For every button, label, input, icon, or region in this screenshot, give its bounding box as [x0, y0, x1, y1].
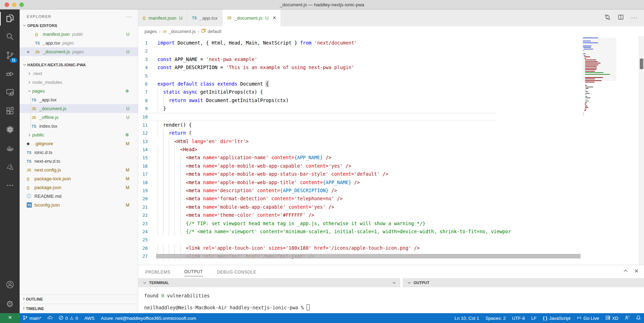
code-line-12[interactable]: 12return (: [138, 129, 644, 137]
notifications-button[interactable]: [633, 313, 644, 323]
feedback-button[interactable]: [622, 313, 633, 323]
tree-item-next.config.js[interactable]: JSnext.config.jsM: [20, 166, 138, 174]
code-line-11[interactable]: 11render() {: [138, 121, 644, 129]
tree-item-README.md[interactable]: ⓘREADME.md: [20, 192, 138, 201]
go-live-button[interactable]: Go Live: [573, 313, 602, 323]
code-line-2[interactable]: 2: [138, 47, 644, 55]
code-line-10[interactable]: 10: [138, 113, 644, 121]
output-section-header[interactable]: OUTPUT: [403, 278, 644, 287]
tree-item-_app.tsx[interactable]: TS_app.tsx: [20, 95, 138, 104]
xd-button[interactable]: XD: [602, 313, 622, 323]
encoding-status[interactable]: UTF-8: [509, 313, 528, 323]
activity-search[interactable]: [0, 28, 20, 47]
panel-divider[interactable]: [400, 278, 403, 313]
activity-run-debug[interactable]: [0, 65, 20, 84]
code-line-8[interactable]: 8return await Document.getInitialProps(c…: [138, 96, 644, 105]
tree-item-_document.js[interactable]: JS_document.jsU: [20, 104, 138, 113]
code-line-25[interactable]: 25: [138, 236, 644, 244]
editor-tab-_document.js[interactable]: JS_document.jsU×: [222, 9, 281, 26]
breadcrumb-item-_document.js[interactable]: JS_document.js: [163, 29, 196, 34]
code-line-4[interactable]: 4const APP_DESCRIPTION = 'This is an exa…: [138, 63, 644, 72]
output-content[interactable]: [403, 287, 644, 313]
close-file-icon[interactable]: ×: [27, 49, 35, 55]
tab-close-icon[interactable]: ×: [273, 15, 276, 21]
explorer-actions-icon[interactable]: ···: [126, 13, 132, 19]
tree-item-.gitignore[interactable]: ◆.gitignoreM: [20, 139, 138, 148]
tree-item-node_modules[interactable]: node_modules: [20, 78, 138, 87]
terminal-output[interactable]: found 0 vulnerabilitiesneilhaddley@Neils…: [138, 287, 400, 314]
code-line-22[interactable]: 22<meta name='theme-color' content='#FFF…: [138, 211, 644, 219]
breadcrumb-item-pages[interactable]: pages: [145, 29, 157, 34]
code-line-21[interactable]: 21<meta name='mobile-web-app-capable' co…: [138, 203, 644, 211]
code-line-6[interactable]: 6export default class extends Document {: [138, 80, 644, 88]
git-branch-status[interactable]: main*: [20, 313, 44, 323]
horizontal-scrollbar[interactable]: [156, 254, 581, 258]
code-line-20[interactable]: 20<meta name='format-detection' content=…: [138, 195, 644, 203]
code-line-19[interactable]: 19<meta name='description' content={APP_…: [138, 187, 644, 195]
code-line-26[interactable]: 26<link rel='apple-touch-icon' sizes='18…: [138, 244, 644, 252]
code-line-13[interactable]: 13<Html lang='en' dir='ltr'>: [138, 137, 644, 146]
aws-status[interactable]: AWS: [81, 313, 98, 323]
azure-account-status[interactable]: Azure: neil@haddleyoffice365.onmicrosoft…: [98, 313, 200, 323]
code-line-17[interactable]: 17<meta name='apple-mobile-web-app-statu…: [138, 170, 644, 178]
split-editor-icon[interactable]: [618, 14, 624, 22]
timeline-section-header[interactable]: TIMELINE: [20, 304, 138, 313]
code-line-24[interactable]: 24{/* <meta name='viewport' content='min…: [138, 228, 644, 236]
activity-source-control[interactable]: 11: [0, 47, 20, 65]
open-editors-header[interactable]: OPEN EDITORS: [20, 21, 138, 30]
indentation-status[interactable]: Spaces: 2: [482, 313, 509, 323]
panel-tab-output[interactable]: OUTPUT: [184, 267, 203, 276]
activity-azure[interactable]: [0, 158, 20, 177]
editor-tab-_app.tsx[interactable]: TS_app.tsx: [187, 9, 222, 26]
remote-indicator[interactable]: [0, 313, 20, 323]
tree-item-ionic.d.ts[interactable]: TSionic.d.ts: [20, 148, 138, 157]
vertical-scrollbar-thumb[interactable]: [640, 59, 643, 69]
eol-status[interactable]: LF: [528, 313, 540, 323]
maximize-panel-icon[interactable]: [623, 268, 628, 275]
language-mode-status[interactable]: { } JavaScript: [540, 313, 573, 323]
tree-item-index.tsx[interactable]: TSindex.tsx: [20, 122, 138, 130]
editor-more-actions-icon[interactable]: ···: [631, 15, 638, 21]
tree-item-package-lock.json[interactable]: {}package-lock.jsonM: [20, 174, 138, 183]
tree-item-.next[interactable]: .next: [20, 69, 138, 78]
terminal-section-header[interactable]: TERMINAL: [138, 278, 400, 287]
activity-extensions[interactable]: [0, 102, 20, 121]
problems-status[interactable]: 0 ⚠ 0: [55, 313, 81, 323]
zoom-window-button[interactable]: [19, 2, 24, 7]
code-line-16[interactable]: 16<meta name='apple-mobile-web-app-capab…: [138, 162, 644, 170]
open-changes-icon[interactable]: [604, 14, 611, 22]
code-line-18[interactable]: 18<meta name='apple-mobile-web-app-title…: [138, 179, 644, 187]
open-editor-manifest.json[interactable]: {}manifest.jsonpublicU: [20, 30, 138, 39]
tree-item-public[interactable]: public: [20, 130, 138, 139]
workspace-header[interactable]: HADDLEY-NEXTJS-IONIC-PWA: [20, 61, 138, 69]
open-editor-_document.js[interactable]: ×JS_document.jspagesU: [20, 47, 138, 56]
outline-section-header[interactable]: OUTLINE: [20, 294, 138, 304]
activity-explorer[interactable]: [0, 9, 20, 28]
code-line-14[interactable]: 14<Head>: [138, 146, 644, 154]
code-editor[interactable]: 1import Document, { Html, Head, Main, Ne…: [138, 36, 644, 265]
activity-remote-explorer[interactable]: [0, 84, 20, 102]
panel-tab-problems[interactable]: PROBLEMS: [145, 267, 171, 276]
minimap[interactable]: [583, 38, 615, 262]
editor-tab-manifest.json[interactable]: {}manifest.jsonU: [138, 9, 187, 26]
tree-item-_offline.js[interactable]: JS_offline.jsU: [20, 113, 138, 122]
vertical-scrollbar[interactable]: [639, 36, 644, 265]
code-line-23[interactable]: 23{/* TIP: set viewport head meta tag in…: [138, 220, 644, 228]
tree-item-package.json[interactable]: {}package.jsonM: [20, 183, 138, 192]
code-line-5[interactable]: 5: [138, 72, 644, 80]
code-line-1[interactable]: 1import Document, { Html, Head, Main, Ne…: [138, 39, 644, 47]
panel-tab-debug-console[interactable]: DEBUG CONSOLE: [216, 267, 257, 276]
activity-settings[interactable]: ⚙: [0, 295, 20, 313]
code-line-7[interactable]: 7static async getInitialProps(ctx) {: [138, 88, 644, 96]
breadcrumb-item-default[interactable]: default: [201, 28, 221, 34]
code-line-15[interactable]: 15<meta name='application-name' content=…: [138, 154, 644, 162]
code-line-3[interactable]: 3const APP_NAME = 'next-pwa example': [138, 55, 644, 63]
close-panel-icon[interactable]: [634, 268, 639, 275]
tree-item-pages[interactable]: pages: [20, 87, 138, 95]
open-editor-_app.tsx[interactable]: TS_app.tsxpages: [20, 39, 138, 47]
close-window-button[interactable]: [5, 2, 9, 7]
code-line-9[interactable]: 9}: [138, 105, 644, 113]
tree-item-tsconfig.json[interactable]: TStsconfig.jsonM: [20, 201, 138, 209]
activity-kubernetes[interactable]: [0, 121, 20, 140]
activity-more[interactable]: [0, 177, 20, 195]
